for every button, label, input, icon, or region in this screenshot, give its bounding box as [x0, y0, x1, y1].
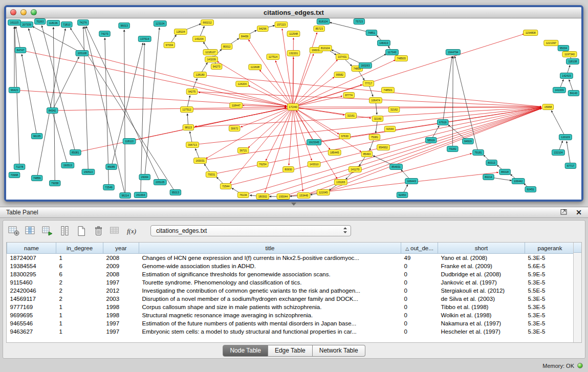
network-view[interactable]: 1724019601395582877743216197630185445143…: [6, 18, 581, 200]
network-node[interactable]: 205108: [76, 51, 89, 56]
network-node[interactable]: 748501: [382, 87, 395, 93]
network-edge[interactable]: [52, 107, 286, 111]
network-node[interactable]: 79058: [49, 181, 60, 186]
network-edge[interactable]: [296, 111, 314, 142]
network-edge[interactable]: [249, 40, 293, 107]
network-node[interactable]: 96214: [120, 193, 131, 199]
network-node[interactable]: 1218107: [203, 50, 217, 55]
network-node[interactable]: 72549: [103, 185, 115, 190]
table-row[interactable]: 1938455462009Genome-wide association stu…: [7, 262, 575, 270]
column-header-out_de[interactable]: △out_de...: [401, 243, 438, 254]
network-node[interactable]: 32162: [388, 107, 400, 113]
network-node[interactable]: 74273: [99, 31, 111, 37]
network-node[interactable]: 748503: [395, 56, 408, 61]
network-node[interactable]: 1944794: [446, 50, 460, 55]
network-node[interactable]: 77717: [363, 81, 374, 86]
network-node[interactable]: 161115: [8, 20, 21, 26]
network-node[interactable]: 94275: [186, 89, 198, 95]
network-node[interactable]: 70968: [9, 172, 20, 178]
network-node[interactable]: 143204: [193, 36, 206, 42]
table-row[interactable]: 969969511998Structural magnetic resonanc…: [7, 311, 575, 319]
network-edge[interactable]: [141, 43, 145, 195]
network-node[interactable]: 123104: [154, 21, 166, 27]
delete-table-icon[interactable]: [92, 225, 105, 237]
network-node[interactable]: 306713: [186, 142, 199, 148]
network-edge[interactable]: [243, 108, 541, 195]
network-node[interactable]: 163031: [194, 158, 207, 164]
network-node[interactable]: 141270: [349, 167, 361, 172]
network-node[interactable]: 97630: [339, 134, 351, 139]
network-edge[interactable]: [289, 107, 293, 165]
tab-network-table[interactable]: Network Table: [313, 345, 365, 357]
network-node[interactable]: 127512: [181, 107, 193, 113]
network-node[interactable]: 85085: [106, 164, 117, 170]
network-edge[interactable]: [282, 29, 293, 107]
network-edge[interactable]: [293, 38, 293, 107]
network-node[interactable]: 118113: [123, 139, 136, 144]
import-table-icon[interactable]: [41, 225, 54, 237]
column-header-in_degree[interactable]: in_degree: [56, 243, 103, 254]
column-header-year[interactable]: year: [103, 243, 139, 254]
network-node[interactable]: 180302: [256, 194, 269, 200]
network-node[interactable]: 80214: [483, 174, 494, 180]
network-node[interactable]: 80313: [486, 160, 497, 166]
network-node[interactable]: 74851: [366, 30, 377, 36]
network-node[interactable]: 74856: [31, 176, 42, 181]
network-edge[interactable]: [199, 92, 293, 107]
network-node[interactable]: 92450: [397, 192, 408, 198]
close-panel-icon[interactable]: ✕: [576, 209, 582, 216]
panel-splitter-handle[interactable]: [291, 203, 296, 206]
network-node[interactable]: 1221397: [544, 40, 558, 46]
network-node[interactable]: 261664: [134, 192, 147, 198]
network-edge[interactable]: [14, 90, 286, 107]
network-edge[interactable]: [452, 56, 453, 149]
network-edge[interactable]: [551, 111, 565, 137]
network-node[interactable]: 84456: [239, 34, 250, 39]
network-node[interactable]: 85723: [314, 26, 325, 32]
network-node[interactable]: 58919: [425, 138, 437, 143]
network-node[interactable]: 84143: [568, 91, 579, 96]
network-node[interactable]: 157223: [275, 22, 288, 28]
table-row[interactable]: 1456911722003Disruption of a novel membe…: [7, 295, 575, 303]
table-row[interactable]: 2242004622012Investigating the contribut…: [7, 287, 575, 295]
network-node[interactable]: 1197340: [562, 52, 577, 57]
network-edge[interactable]: [112, 43, 143, 167]
network-node[interactable]: 86018: [499, 169, 511, 175]
tab-edge-table[interactable]: Edge Table: [268, 345, 313, 357]
network-node[interactable]: 813104: [319, 46, 332, 51]
network-node[interactable]: 854931: [390, 164, 403, 170]
network-node[interactable]: 106442: [512, 179, 525, 184]
network-node[interactable]: 76134: [237, 192, 249, 198]
network-node[interactable]: 79182: [447, 146, 459, 152]
network-node[interactable]: 75723: [354, 19, 365, 25]
network-node[interactable]: 26064: [139, 174, 150, 180]
network-node[interactable]: 32161: [345, 113, 357, 119]
zoom-window-button[interactable]: [31, 9, 37, 15]
network-node[interactable]: 143310: [308, 162, 320, 167]
column-header-name[interactable]: name: [7, 243, 56, 254]
function-builder-icon[interactable]: f(x): [125, 225, 139, 237]
network-node[interactable]: 207339: [20, 22, 33, 28]
network-node[interactable]: 85493: [361, 151, 373, 157]
network-node[interactable]: 96423: [9, 87, 20, 93]
network-node[interactable]: 94273: [211, 64, 222, 70]
network-edge[interactable]: [16, 27, 20, 50]
network-edge[interactable]: [37, 29, 66, 178]
table-row[interactable]: 1872400712008Changes of HCN gene express…: [7, 254, 575, 262]
network-node[interactable]: 122045: [317, 190, 330, 195]
column-chooser-icon[interactable]: [24, 225, 37, 237]
network-node[interactable]: 95013: [170, 190, 181, 195]
network-node[interactable]: 85081: [70, 150, 81, 156]
network-node[interactable]: 75081: [369, 135, 380, 140]
network-node[interactable]: 143209: [205, 57, 218, 62]
network-edge[interactable]: [567, 141, 571, 166]
table-row[interactable]: 946554611997Estimation of the future num…: [7, 319, 575, 327]
network-node[interactable]: 818104: [317, 19, 330, 25]
network-node[interactable]: 71278: [14, 164, 25, 170]
network-edge[interactable]: [33, 27, 82, 53]
network-node[interactable]: 106474: [369, 98, 382, 103]
network-node[interactable]: 72544: [220, 184, 231, 189]
table-row[interactable]: 911546021997Tourette syndrome. Phenomeno…: [7, 278, 575, 287]
column-list-icon[interactable]: [58, 225, 71, 237]
table-row[interactable]: 946362711997Embryonic stem cells: a mode…: [7, 327, 575, 336]
